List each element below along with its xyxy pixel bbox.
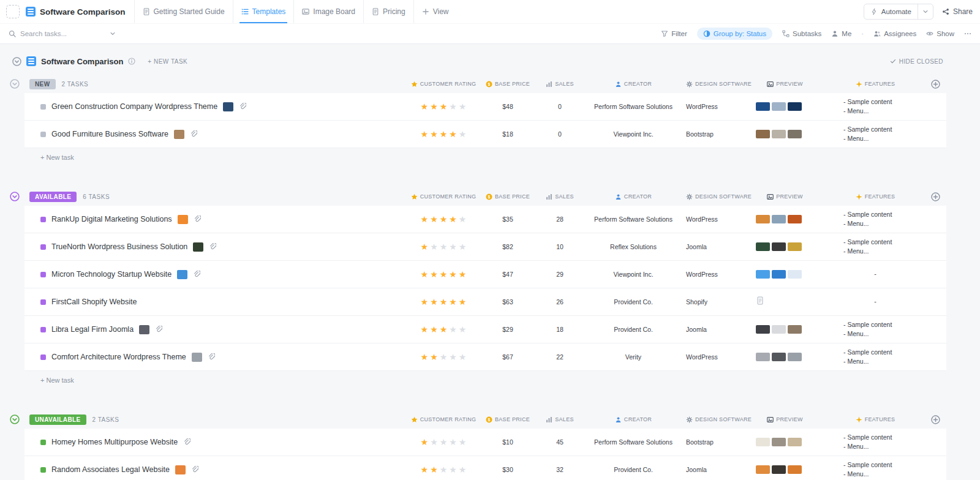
column-header-features[interactable]: FEATURES (826, 416, 924, 423)
preview-thumbnail[interactable] (756, 465, 770, 474)
add-column-button[interactable] (924, 192, 946, 201)
automate-dropdown[interactable] (918, 4, 933, 19)
customer-rating-field[interactable]: ★★★★★ (407, 215, 480, 223)
column-header-creator[interactable]: CREATOR (584, 81, 682, 88)
assignees-button[interactable]: Assignees (873, 30, 916, 37)
subtasks-button[interactable]: Subtasks (782, 30, 821, 37)
task-row[interactable]: Green Construction Company Wordpress The… (24, 93, 946, 121)
design-software-field[interactable]: Bootstrap (682, 130, 744, 138)
customer-rating-field[interactable]: ★★★★★ (407, 298, 480, 306)
design-software-field[interactable]: WordPress (682, 103, 744, 110)
customer-rating-field[interactable]: ★★★★★ (407, 242, 480, 251)
creator-field[interactable]: Provident Co. (584, 298, 682, 306)
column-header-features[interactable]: FEATURES (826, 193, 924, 200)
collapse-list-icon[interactable] (12, 57, 21, 66)
hide-closed-button[interactable]: HIDE CLOSED (890, 58, 943, 65)
base-price-field[interactable]: $63 (480, 298, 535, 306)
column-header-sales[interactable]: SALES (535, 416, 584, 423)
creator-field[interactable]: Provident Co. (584, 326, 682, 333)
file-preview-icon[interactable] (756, 296, 764, 307)
preview-thumbnail[interactable] (756, 325, 770, 334)
design-software-field[interactable]: WordPress (682, 271, 744, 278)
column-header-rating[interactable]: CUSTOMER RATING (407, 193, 480, 200)
sales-field[interactable]: 22 (535, 353, 584, 361)
design-software-field[interactable]: WordPress (682, 353, 744, 361)
creator-field[interactable]: Perform Software Solutions (584, 438, 682, 446)
task-name[interactable]: Green Construction Company Wordpress The… (51, 102, 217, 111)
column-header-rating[interactable]: CUSTOMER RATING (407, 81, 480, 88)
sales-field[interactable]: 29 (535, 271, 584, 278)
status-square[interactable] (40, 132, 46, 137)
task-name[interactable]: Micron Technology Startup Website (51, 270, 172, 279)
preview-field[interactable] (744, 465, 826, 474)
show-button[interactable]: Show (926, 30, 954, 37)
preview-thumbnail[interactable] (772, 102, 786, 111)
customer-rating-field[interactable]: ★★★★★ (407, 325, 480, 334)
column-header-rating[interactable]: CUSTOMER RATING (407, 416, 480, 423)
creator-field[interactable]: Provident Co. (584, 466, 682, 473)
preview-field[interactable] (744, 130, 826, 138)
customer-rating-field[interactable]: ★★★★★ (407, 102, 480, 111)
sales-field[interactable]: 32 (535, 466, 584, 473)
customer-rating-field[interactable]: ★★★★★ (407, 438, 480, 446)
paperclip-icon[interactable] (194, 216, 201, 223)
more-options-button[interactable] (964, 30, 971, 37)
chevron-down-icon[interactable] (110, 31, 116, 37)
preview-field[interactable] (744, 270, 826, 279)
preview-thumbnail[interactable] (772, 215, 786, 223)
preview-thumbnail[interactable] (788, 353, 802, 361)
search-input[interactable]: Search tasks... (9, 30, 116, 37)
preview-thumbnail[interactable] (788, 465, 802, 474)
preview-field[interactable] (744, 353, 826, 361)
preview-field[interactable] (744, 102, 826, 111)
preview-thumbnail[interactable] (788, 102, 802, 111)
preview-thumbnail[interactable] (788, 130, 802, 138)
preview-thumbnail[interactable] (788, 325, 802, 334)
preview-thumbnail[interactable] (772, 130, 786, 138)
task-row[interactable]: Micron Technology Startup Website ★★★★★ … (24, 261, 946, 288)
status-square[interactable] (40, 217, 46, 222)
base-price-field[interactable]: $67 (480, 353, 535, 361)
status-square[interactable] (40, 467, 46, 473)
task-row[interactable]: Homey Homes Multipurpose Website ★★★★★ $… (24, 429, 946, 456)
filter-button[interactable]: Filter (661, 30, 687, 37)
task-name[interactable]: Comfort Architecture Wordpress Theme (51, 353, 186, 361)
status-badge[interactable]: NEW (29, 79, 56, 89)
base-price-field[interactable]: $48 (480, 103, 535, 110)
customer-rating-field[interactable]: ★★★★★ (407, 130, 480, 138)
tab-image-board[interactable]: Image Board (293, 0, 363, 23)
column-header-features[interactable]: FEATURES (826, 81, 924, 88)
preview-thumbnail[interactable] (772, 353, 786, 361)
paperclip-icon[interactable] (190, 130, 197, 138)
paperclip-icon[interactable] (155, 326, 162, 333)
task-name[interactable]: TrueNorth Wordpress Business Solution (51, 242, 187, 251)
status-square[interactable] (40, 272, 46, 277)
preview-thumbnail[interactable] (772, 465, 786, 474)
base-price-field[interactable]: $18 (480, 130, 535, 138)
column-header-sales[interactable]: SALES (535, 193, 584, 200)
preview-field[interactable] (744, 325, 826, 334)
preview-thumbnail[interactable] (756, 242, 770, 251)
creator-field[interactable]: Verity (584, 353, 682, 361)
design-software-field[interactable]: Joomla (682, 326, 744, 333)
automate-button[interactable]: Automate (864, 4, 933, 20)
column-header-preview[interactable]: PREVIEW (744, 416, 826, 423)
column-header-creator[interactable]: CREATOR (584, 193, 682, 200)
preview-thumbnail[interactable] (772, 325, 786, 334)
task-row[interactable]: Libra Legal Firm Joomla ★★★★★ $29 18 Pro… (24, 316, 946, 343)
preview-thumbnail[interactable] (788, 438, 802, 446)
creator-field[interactable]: Viewpoint Inc. (584, 271, 682, 278)
task-name[interactable]: Homey Homes Multipurpose Website (51, 438, 178, 446)
customer-rating-field[interactable]: ★★★★★ (407, 353, 480, 361)
preview-thumbnail[interactable] (788, 215, 802, 223)
collapse-group-icon[interactable] (10, 192, 20, 204)
column-header-creator[interactable]: CREATOR (584, 416, 682, 423)
preview-thumbnail[interactable] (788, 270, 802, 279)
design-software-field[interactable]: Bootstrap (682, 438, 744, 446)
column-header-price[interactable]: $ BASE PRICE (480, 416, 535, 423)
design-software-field[interactable]: Joomla (682, 466, 744, 473)
status-square[interactable] (40, 299, 46, 305)
task-row[interactable]: Random Associates Legal Website ★★★★★ $3… (24, 456, 946, 480)
share-button[interactable]: Share (942, 7, 974, 16)
column-header-preview[interactable]: PREVIEW (744, 81, 826, 88)
